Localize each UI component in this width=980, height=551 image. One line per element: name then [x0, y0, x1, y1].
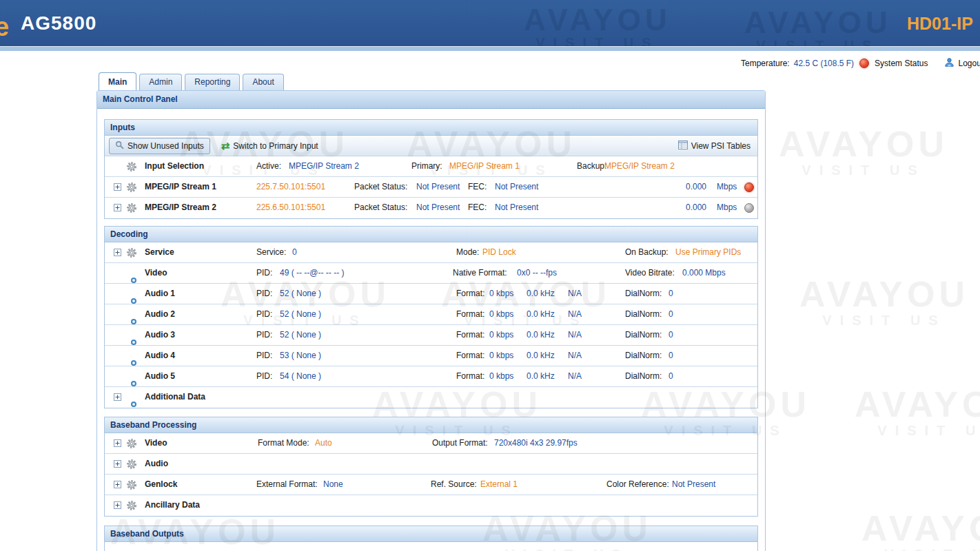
expand-icon[interactable] [114, 204, 121, 211]
switch-to-primary-button[interactable]: ⇄ Switch to Primary Input [221, 141, 318, 151]
service-label: Service: [256, 242, 286, 262]
tab-main[interactable]: Main [99, 72, 136, 90]
watermark: AVAYOUVISIT US [799, 276, 969, 328]
format-mode-label: Format Mode: [258, 433, 309, 453]
audio-row-3: Audio 3 PID: 52 ( None ) Format: 0 kbps … [105, 325, 757, 346]
format-label: Format: [456, 325, 484, 345]
logout-link[interactable]: Logout [958, 59, 980, 68]
row-label: MPEG/IP Stream 1 [145, 177, 216, 197]
dialnorm-label: DialNorm: [625, 284, 662, 304]
mode-value[interactable]: PID Lock [482, 242, 516, 262]
video-bitrate-label: Video Bitrate: [625, 263, 675, 283]
ref-source-value[interactable]: External 1 [480, 475, 518, 495]
stream-row-1: MPEG/IP Stream 1 225.7.50.101:5501 Packe… [105, 177, 757, 198]
gear-icon[interactable] [126, 438, 137, 449]
pid-value: 49 ( -- --@-- -- -- ) [280, 263, 345, 283]
gear-icon[interactable] [126, 500, 137, 511]
gear-icon[interactable] [126, 202, 137, 214]
row-label: Video [145, 433, 167, 453]
primary-value[interactable]: MPEG/IP Stream 1 [449, 156, 520, 176]
pid-label: PID: [256, 284, 272, 304]
expand-icon[interactable] [114, 249, 121, 256]
fec-value: Not Present [495, 198, 538, 218]
format-kbps: 0 kbps [489, 366, 513, 386]
format-mode: N/A [568, 284, 582, 304]
decoding-section: Decoding Service Service: 0 Mode: PID Lo… [104, 226, 758, 408]
genlock-row: Genlock External Format: None Ref. Sourc… [105, 475, 757, 495]
stream-address[interactable]: 225.7.50.101:5501 [256, 177, 325, 197]
packet-status-label: Packet Status: [354, 198, 407, 218]
ref-source-label: Ref. Source: [431, 475, 477, 495]
format-label: Format: [456, 366, 484, 386]
expand-icon[interactable] [114, 460, 121, 468]
expand-icon[interactable] [114, 481, 121, 488]
pid-label: PID: [256, 325, 272, 345]
system-status-label: System Status [875, 59, 928, 68]
show-unused-inputs-button[interactable]: Show Unused Inputs [109, 138, 210, 154]
format-mode-value[interactable]: Auto [315, 433, 332, 453]
format-kbps: 0 kbps [489, 325, 513, 345]
temperature-value: 42.5 C (108.5 F) [794, 59, 854, 68]
expand-icon[interactable] [114, 393, 121, 401]
row-label: Audio 2 [145, 304, 175, 324]
format-khz: 0.0 kHz [527, 366, 555, 386]
table-icon [678, 141, 688, 152]
stream-status-led [744, 203, 754, 213]
header-accent-strip [0, 46, 980, 51]
switch-to-primary-label: Switch to Primary Input [233, 141, 318, 151]
color-reference-label: Color Reference: [606, 475, 669, 495]
gear-icon[interactable] [126, 479, 137, 490]
active-label: Active: [256, 156, 281, 176]
stream-address[interactable]: 225.6.50.101:5501 [256, 198, 325, 218]
primary-label: Primary: [411, 156, 442, 176]
expand-icon[interactable] [114, 183, 121, 191]
gear-icon[interactable] [126, 161, 137, 172]
audio-row-4: Audio 4 PID: 53 ( None ) Format: 0 kbps … [105, 346, 757, 366]
backup-label: Backup: [577, 156, 606, 176]
watermark: AVAYOUVISIT US [779, 125, 948, 178]
color-reference-value: Not Present [672, 475, 715, 495]
expand-icon[interactable] [114, 439, 121, 447]
row-label: Ancillary Data [145, 495, 200, 515]
native-format-value: 0x0 -- --fps [517, 263, 557, 283]
top-header-bar: e AG5800 HD01-IP AVAYOUVISIT US AVAYOUVI… [0, 0, 980, 46]
pid-label: PID: [256, 346, 272, 366]
row-label: Input Selection [145, 156, 204, 176]
stream-row-2: MPEG/IP Stream 2 225.6.50.101:5501 Packe… [105, 198, 757, 218]
expand-icon[interactable] [114, 501, 121, 509]
bullet-icon [131, 395, 136, 415]
tab-admin[interactable]: Admin [139, 74, 182, 90]
video-bitrate-value: 0.000 Mbps [682, 263, 726, 283]
video-row: Video PID: 49 ( -- --@-- -- -- ) Native … [105, 263, 757, 284]
pid-value: 52 ( None ) [280, 325, 321, 345]
bitrate-unit: Mbps [717, 198, 737, 218]
row-label: Genlock [145, 475, 177, 495]
bitrate-value: 0.000 [686, 177, 706, 197]
gear-icon[interactable] [126, 247, 137, 258]
row-label: Audio [145, 454, 168, 474]
dialnorm-label: DialNorm: [625, 304, 662, 324]
on-backup-value[interactable]: Use Primary PIDs [675, 242, 741, 262]
status-bar: Temperature: 42.5 C (108.5 F) System Sta… [741, 57, 980, 70]
panel-title: Main Control Panel [97, 91, 765, 109]
bb-audio-row: Audio [105, 454, 757, 475]
output-format-label: Output Format: [432, 433, 488, 453]
gear-icon[interactable] [126, 182, 137, 193]
tab-about[interactable]: About [243, 74, 283, 90]
format-label: Format: [456, 304, 484, 324]
format-mode: N/A [568, 304, 582, 324]
baseband-outputs-title: Baseband Outputs [105, 526, 757, 542]
watermark: AVAYOUVISIT US [855, 386, 980, 438]
view-psi-tables-button[interactable]: View PSI Tables [678, 141, 751, 152]
baseband-processing-section: Baseband Processing Video Format Mode: A… [104, 417, 758, 517]
format-kbps: 0 kbps [489, 284, 513, 304]
tab-reporting[interactable]: Reporting [185, 74, 240, 90]
bb-video-row: Video Format Mode: Auto Output Format: 7… [105, 433, 757, 454]
gear-icon[interactable] [126, 459, 137, 470]
packet-status-value: Not Present [416, 177, 460, 197]
show-unused-inputs-label: Show Unused Inputs [127, 141, 204, 151]
view-psi-tables-label: View PSI Tables [691, 141, 751, 151]
format-mode: N/A [568, 366, 582, 386]
active-value: MPEG/IP Stream 2 [289, 156, 359, 176]
backup-value[interactable]: MPEG/IP Stream 2 [604, 156, 675, 176]
